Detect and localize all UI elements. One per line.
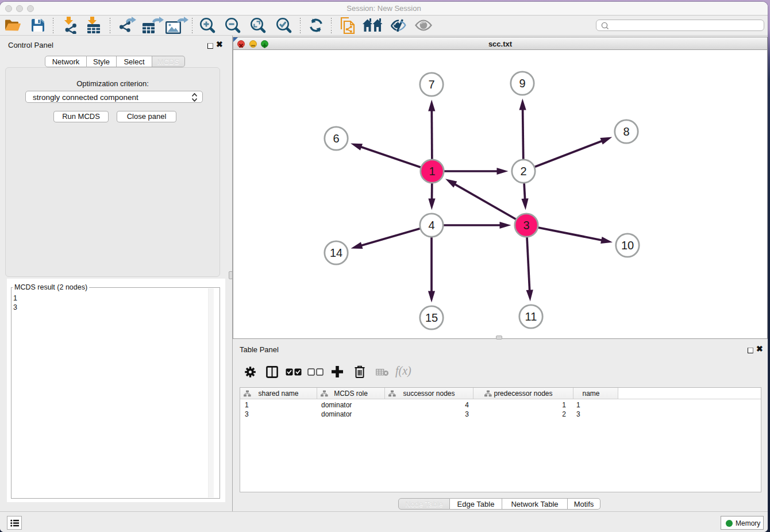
- svg-text:3: 3: [523, 219, 529, 232]
- svg-text:11: 11: [525, 310, 537, 323]
- svg-text:4: 4: [428, 219, 434, 232]
- svg-text:14: 14: [330, 246, 342, 259]
- svg-text:9: 9: [519, 77, 525, 90]
- svg-text:2: 2: [520, 165, 526, 178]
- svg-text:8: 8: [623, 125, 629, 138]
- svg-text:6: 6: [333, 132, 339, 145]
- svg-text:15: 15: [425, 311, 438, 324]
- svg-text:10: 10: [621, 239, 634, 252]
- svg-text:1: 1: [429, 165, 435, 178]
- svg-text:7: 7: [428, 78, 434, 91]
